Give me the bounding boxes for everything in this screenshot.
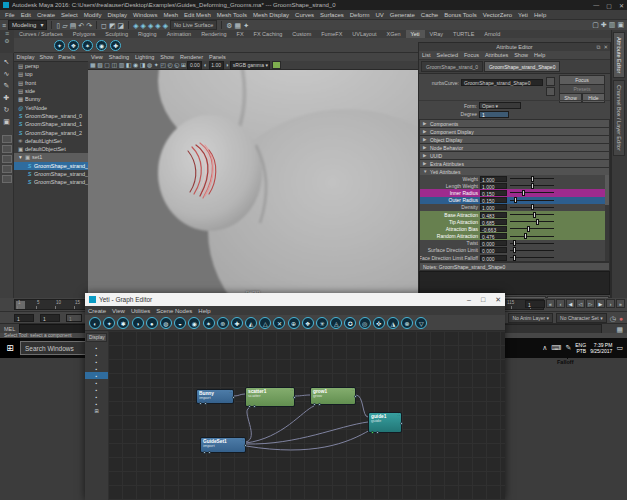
attribute-value-field[interactable]: 0.150	[480, 190, 507, 196]
attribute-value-field[interactable]: 1.000	[480, 204, 507, 210]
attribute-value-field[interactable]: 0.685	[480, 219, 507, 225]
hypershade-icon[interactable]: ✚	[601, 20, 607, 29]
node-output-port[interactable]	[354, 395, 357, 398]
play-forwards-button[interactable]: ▷	[586, 299, 595, 308]
attribute-value-field[interactable]: -0.663	[480, 226, 507, 232]
mel-label[interactable]: MEL	[4, 326, 15, 332]
node-input-port[interactable]	[313, 403, 316, 406]
yeti-node-tool-icon-15[interactable]: ⊕	[288, 317, 300, 329]
node-list-item[interactable]: ▪	[85, 393, 108, 400]
yeti-node-tool-icon-17[interactable]: ✳	[316, 317, 328, 329]
gamma-field[interactable]: 1.00	[209, 61, 224, 70]
main-menu-yeti[interactable]: Yeti	[515, 12, 531, 18]
form-dropdown[interactable]: Open ▾	[479, 102, 521, 109]
main-menu-edit-mesh[interactable]: Edit Mesh	[181, 12, 214, 18]
yeti-node-tool-icon-4[interactable]: ◑	[132, 317, 144, 329]
shelf-tab-arnold[interactable]: Arnold	[479, 30, 505, 38]
viewport-menu-panels[interactable]: Panels	[206, 54, 229, 60]
yeti-node-tool-icon-10[interactable]: ⊛	[217, 317, 229, 329]
yeti-node-tool-icon-24[interactable]: ▽	[415, 317, 427, 329]
redo-icon[interactable]: ↷	[86, 21, 92, 30]
shelf-gear-icon[interactable]: ⚙	[4, 37, 9, 44]
layout-hypershade-button[interactable]	[2, 175, 12, 183]
select-component-icon[interactable]: ◪	[118, 21, 125, 30]
slider-handle[interactable]	[513, 255, 516, 261]
camera-attributes-icon[interactable]: ▢	[104, 61, 110, 70]
snap-point-icon[interactable]: ◈	[148, 21, 153, 30]
attribute-slider[interactable]	[510, 182, 554, 189]
yeti-guides-icon[interactable]: ✶	[82, 40, 93, 51]
snap-grid-icon[interactable]: ◈	[133, 21, 138, 30]
attribute-value-field[interactable]: 0.000	[480, 247, 507, 253]
main-menu-help[interactable]: Help	[531, 12, 549, 18]
node-list-item[interactable]: ▪	[85, 379, 108, 386]
yeti-node-tool-icon-2[interactable]: ✦	[103, 317, 115, 329]
shelf-tab-menu-icon[interactable]: ≡	[5, 30, 9, 37]
node-graph-canvas[interactable]: Bunnyimport∴scatter1scatter∴grow1grow∴gu…	[108, 331, 505, 500]
node-input-port[interactable]	[199, 402, 202, 405]
outliner-item-defaultobjectset[interactable]: ▣defaultObjectSet	[14, 145, 88, 153]
slider-handle[interactable]	[531, 204, 534, 210]
main-menu-file[interactable]: File	[2, 12, 18, 18]
ge-menu-create[interactable]: Create	[85, 308, 109, 314]
layout-four-pane-button[interactable]	[2, 145, 12, 153]
ge-menu-scene-nodes[interactable]: Scene Nodes	[153, 308, 195, 314]
attribute-slider[interactable]	[510, 211, 554, 218]
move-tool-icon[interactable]: ✚	[1, 92, 12, 103]
node-input-port[interactable]	[248, 405, 251, 408]
snap-plane-icon[interactable]: ◈	[155, 21, 160, 30]
expand-icon[interactable]: ▾	[17, 154, 24, 160]
shelf-tab-fx-caching[interactable]: FX Caching	[249, 30, 288, 38]
node-output-port[interactable]	[244, 444, 247, 447]
attribute-slider[interactable]	[510, 254, 554, 261]
outliner-item-bunny[interactable]: ▦Bunny	[14, 95, 88, 103]
main-menu-bonus-tools[interactable]: Bonus Tools	[441, 12, 480, 18]
node-input-port-2[interactable]	[318, 403, 321, 406]
step-back-key-button[interactable]: ‹	[556, 299, 565, 308]
yeti-node-tool-icon-1[interactable]: ◐	[89, 317, 101, 329]
swatch2-icon[interactable]	[546, 87, 555, 96]
main-menu-vectorzero[interactable]: VectorZero	[480, 12, 515, 18]
hidden-icons-chevron-icon[interactable]: ∧	[542, 344, 547, 352]
anim-start-field[interactable]: 1	[14, 314, 34, 322]
yeti-render-icon[interactable]: ✚	[110, 40, 121, 51]
graph-node-guideset1[interactable]: GuideSet1import∴	[200, 437, 246, 453]
ae-menu-list[interactable]: List	[419, 52, 434, 58]
rotate-tool-icon[interactable]: ↻	[1, 104, 12, 115]
select-camera-icon[interactable]: ▦	[90, 61, 96, 70]
section-components[interactable]: ▶Components	[419, 119, 610, 127]
main-menu-curves[interactable]: Curves	[292, 12, 317, 18]
outliner-item-defaultlightset[interactable]: ✳defaultLightSet	[14, 137, 88, 145]
playback-start-field[interactable]: 1	[40, 314, 60, 322]
select-object-icon[interactable]: ◩	[109, 21, 116, 30]
screen-space-ao-icon[interactable]: ◴	[167, 61, 172, 70]
attribute-value-field[interactable]: 0.000	[480, 240, 507, 246]
slider-handle[interactable]	[527, 226, 530, 232]
render-icon[interactable]: ▦	[235, 21, 242, 30]
slider-handle[interactable]	[531, 176, 534, 182]
shadows-icon[interactable]: ◰	[160, 61, 166, 70]
shelf-tab-rigging[interactable]: Rigging	[133, 30, 162, 38]
paint-select-tool-icon[interactable]: ✎	[1, 80, 12, 91]
yeti-node-tool-icon-18[interactable]: ◬	[330, 317, 342, 329]
outliner-item-groomshape-strand-1[interactable]: SGroomShape_strand_1	[14, 170, 88, 178]
notification-center-icon[interactable]: ▭	[616, 344, 623, 352]
slider-handle[interactable]	[531, 183, 534, 189]
auto-keyframe-icon[interactable]: ◷	[610, 314, 616, 323]
attribute-value-field[interactable]: 0.150	[480, 197, 507, 203]
shelf-tab-custom[interactable]: Custom	[287, 30, 316, 38]
statusline-collapse-icon[interactable]: ≡	[2, 21, 6, 30]
yeti-node-tool-icon-11[interactable]: ✚	[231, 317, 243, 329]
node-menu-icon[interactable]: ∴	[351, 388, 354, 392]
degree-field[interactable]: 1	[479, 111, 509, 118]
lock-camera-icon[interactable]: ▧	[97, 61, 103, 70]
node-input-port-2[interactable]	[208, 451, 211, 454]
undo-icon[interactable]: ↶	[78, 21, 84, 30]
ae-menu-attributes[interactable]: Attributes	[482, 52, 511, 58]
bookmarks-icon[interactable]: ◫	[112, 61, 118, 70]
ge-minimize-button[interactable]: –	[467, 296, 471, 304]
outliner-item-groomshape-strand-0[interactable]: SGroomShape_strand_0	[14, 112, 88, 120]
main-menu-deform[interactable]: Deform	[347, 12, 373, 18]
graph-node-scatter1[interactable]: scatter1scatter∴	[245, 387, 295, 407]
ae-menu-selected[interactable]: Selected	[434, 52, 461, 58]
